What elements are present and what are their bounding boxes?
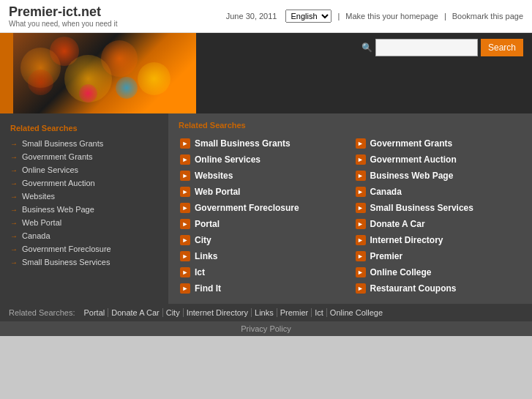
content-link[interactable]: ►Premier: [354, 248, 522, 264]
sidebar-item[interactable]: →Canada: [0, 229, 168, 242]
content-link[interactable]: ►Online College: [354, 264, 522, 280]
privacy-bar: Privacy Policy: [0, 321, 532, 336]
content-link[interactable]: ►Small Business Services: [354, 200, 522, 216]
sidebar-item[interactable]: →Government Foreclosure: [0, 242, 168, 256]
link-bullet-icon: ►: [356, 235, 366, 245]
link-bullet-icon: ►: [356, 251, 366, 261]
search-form: 🔍 Search: [361, 39, 523, 56]
privacy-link[interactable]: Privacy Policy: [241, 324, 291, 333]
content-link[interactable]: ►Business Web Page: [354, 168, 522, 184]
banner-image: [13, 33, 196, 113]
footer-link[interactable]: Ict: [312, 308, 327, 317]
content-link[interactable]: ►Donate A Car: [354, 216, 522, 232]
content-link[interactable]: ►Find It: [179, 280, 347, 297]
sidebar-arrow-icon: →: [10, 179, 18, 187]
links-grid: ►Small Business Grants►Online Services►W…: [179, 135, 522, 297]
link-bullet-icon: ►: [180, 283, 190, 294]
sidebar-arrow-icon: →: [10, 166, 18, 174]
content-title: Related Searches: [179, 121, 522, 130]
sidebar-item[interactable]: →Online Services: [0, 163, 168, 176]
orange-bar: [0, 33, 13, 113]
sidebar-items: →Small Business Grants→Government Grants…: [0, 137, 168, 269]
sidebar-item[interactable]: →Websites: [0, 190, 168, 203]
content-link[interactable]: ►Portal: [179, 216, 347, 232]
search-button[interactable]: Search: [481, 39, 523, 56]
footer-link[interactable]: Donate A Car: [108, 308, 162, 317]
content-link[interactable]: ►Restaurant Coupons: [354, 280, 522, 297]
sidebar-arrow-icon: →: [10, 153, 18, 161]
sidebar-title: Related Searches: [0, 121, 168, 137]
sidebar-arrow-icon: →: [10, 245, 18, 253]
link-bullet-icon: ►: [180, 187, 190, 197]
footer-link[interactable]: Internet Directory: [184, 308, 252, 317]
sidebar-arrow-icon: →: [10, 232, 18, 240]
language-select[interactable]: English: [285, 10, 331, 23]
sidebar-item[interactable]: →Small Business Services: [0, 256, 168, 269]
content-link[interactable]: ►Government Auction: [354, 152, 522, 168]
footer-bar: Related Searches: PortalDonate A CarCity…: [0, 304, 532, 321]
link-bullet-icon: ►: [180, 219, 190, 229]
main-area: Related Searches →Small Business Grants→…: [0, 113, 532, 304]
logo-area: Premier-ict.net What you need, when you …: [9, 4, 117, 28]
link-bullet-icon: ►: [356, 154, 366, 165]
sidebar: Related Searches →Small Business Grants→…: [0, 113, 168, 304]
separator: |: [337, 12, 340, 20]
links-col2: ►Government Grants►Government Auction►Bu…: [354, 135, 522, 297]
link-bullet-icon: ►: [180, 267, 190, 277]
content: Related Searches ►Small Business Grants►…: [168, 113, 532, 304]
sidebar-arrow-icon: →: [10, 258, 18, 266]
link-bullet-icon: ►: [356, 283, 366, 294]
make-homepage-link[interactable]: Make this your homepage: [345, 12, 438, 20]
sidebar-arrow-icon: →: [10, 193, 18, 201]
content-link[interactable]: ►Internet Directory: [354, 232, 522, 248]
content-link[interactable]: ►City: [179, 232, 347, 248]
footer-label: Related Searches:: [9, 308, 75, 317]
search-input[interactable]: [375, 39, 478, 56]
sidebar-item[interactable]: →Web Portal: [0, 216, 168, 229]
link-bullet-icon: ►: [180, 171, 190, 181]
header: Premier-ict.net What you need, when you …: [0, 0, 532, 33]
content-link[interactable]: ►Online Services: [179, 152, 347, 168]
content-link[interactable]: ►Links: [179, 248, 347, 264]
link-bullet-icon: ►: [356, 187, 366, 197]
content-link[interactable]: ►Canada: [354, 184, 522, 200]
sidebar-arrow-icon: →: [10, 206, 18, 214]
link-bullet-icon: ►: [356, 138, 366, 149]
logo-subtitle: What you need, when you need it: [9, 20, 117, 28]
content-link[interactable]: ►Government Foreclosure: [179, 200, 347, 216]
link-bullet-icon: ►: [180, 203, 190, 213]
date-text: June 30, 2011: [226, 12, 277, 20]
content-link[interactable]: ►Government Grants: [354, 135, 522, 152]
sidebar-item[interactable]: →Business Web Page: [0, 203, 168, 216]
link-bullet-icon: ►: [356, 171, 366, 181]
footer-link[interactable]: Premier: [277, 308, 312, 317]
sidebar-arrow-icon: →: [10, 140, 18, 148]
content-link[interactable]: ►Ict: [179, 264, 347, 280]
separator2: |: [444, 12, 446, 20]
link-bullet-icon: ►: [356, 267, 366, 277]
link-bullet-icon: ►: [180, 154, 190, 165]
footer-link[interactable]: Links: [252, 308, 277, 317]
footer-links: PortalDonate A CarCityInternet Directory…: [81, 308, 386, 317]
sidebar-item[interactable]: →Small Business Grants: [0, 137, 168, 150]
bookmark-link[interactable]: Bookmark this page: [452, 12, 523, 20]
link-bullet-icon: ►: [180, 235, 190, 245]
footer-link[interactable]: Portal: [81, 308, 109, 317]
banner-area: 🔍 Search: [0, 33, 532, 113]
logo-title[interactable]: Premier-ict.net: [9, 4, 117, 20]
footer-link[interactable]: Online College: [327, 308, 386, 317]
link-bullet-icon: ►: [356, 203, 366, 213]
banner-right: 🔍 Search: [196, 33, 532, 113]
sidebar-item[interactable]: →Government Auction: [0, 176, 168, 190]
link-bullet-icon: ►: [180, 251, 190, 261]
search-icon: 🔍: [361, 42, 372, 53]
content-link[interactable]: ►Web Portal: [179, 184, 347, 200]
header-right: June 30, 2011 English | Make this your h…: [226, 10, 523, 23]
sidebar-item[interactable]: →Government Grants: [0, 150, 168, 163]
sidebar-arrow-icon: →: [10, 219, 18, 227]
footer-link[interactable]: City: [163, 308, 184, 317]
content-link[interactable]: ►Small Business Grants: [179, 135, 347, 152]
links-col1: ►Small Business Grants►Online Services►W…: [179, 135, 347, 297]
content-link[interactable]: ►Websites: [179, 168, 347, 184]
link-bullet-icon: ►: [356, 219, 366, 229]
